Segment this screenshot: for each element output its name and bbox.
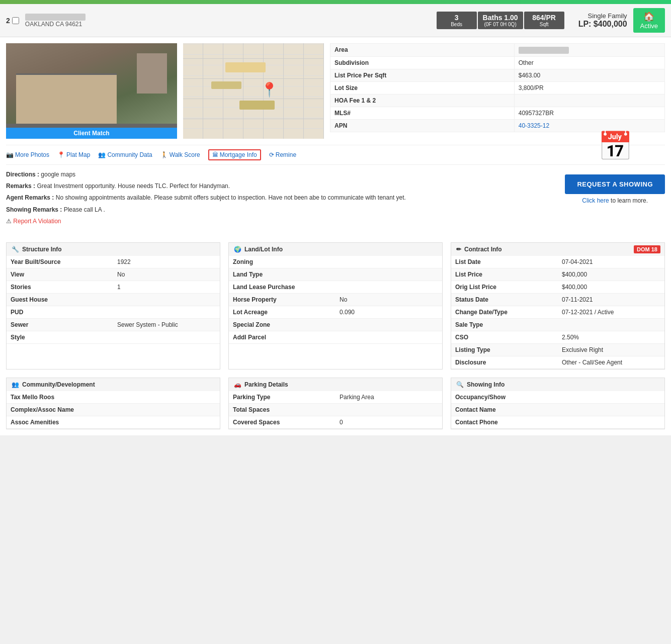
lot-size-value: 3,800/PR <box>514 81 664 94</box>
community-data-link[interactable]: 👥 Community Data <box>98 151 152 158</box>
parking-icon: 🚗 <box>234 381 241 388</box>
remarks-label: Remarks : <box>6 182 35 190</box>
value: Exclusive Right <box>558 343 664 356</box>
label: PUD <box>7 306 113 318</box>
dom-badge: DOM 18 <box>634 245 660 253</box>
warning-icon: ⚠ <box>6 218 12 225</box>
plat-map-link[interactable]: 📍 Plat Map <box>57 151 90 158</box>
value <box>336 331 442 343</box>
label: Status Date <box>451 293 558 306</box>
lot-size-label: Lot Size <box>330 81 515 94</box>
lp-value: $400,000 <box>594 20 627 28</box>
table-row: PUD <box>7 306 220 318</box>
value <box>558 318 664 331</box>
value: 0.090 <box>336 306 442 318</box>
label: Change Date/Type <box>451 306 558 318</box>
showing-remarks-line: Showing Remarks : Please call LA . <box>6 205 665 215</box>
agent-remarks-label: Agent Remarks : <box>6 194 54 201</box>
main-content: Client Match 📍 Area Subdivision Other <box>0 37 671 435</box>
mortgage-info-link[interactable]: 🏛 Mortgage Info <box>208 149 261 160</box>
table-row: Parking TypeParking Area <box>229 391 442 404</box>
list-price-sqft-value: $463.00 <box>514 69 664 81</box>
table-row: SewerSewer System - Public <box>7 318 220 331</box>
table-row: Tax Mello Roos <box>7 391 220 404</box>
value <box>336 403 442 416</box>
map-pin: 📍 <box>261 81 278 98</box>
table-row: Style <box>7 331 220 343</box>
land-info-box: 🌍 Land/Lot Info Zoning Land Type Land Le… <box>228 242 443 370</box>
structure-icon: 🔧 <box>12 246 19 253</box>
listing-num-text: 2 <box>6 17 10 25</box>
agent-remarks-value: No showing appointments available. Pleas… <box>56 194 406 201</box>
label: Style <box>7 331 113 343</box>
label: Tax Mello Roos <box>7 391 113 404</box>
value: No <box>336 293 442 306</box>
remine-icon: ⟳ <box>269 151 274 158</box>
table-row: Contact Name <box>451 403 664 416</box>
map-image: 📍 <box>183 43 324 139</box>
table-row: CSO2.50% <box>451 331 664 343</box>
table-row: Complex/Assoc Name <box>7 403 220 416</box>
listing-checkbox[interactable] <box>12 17 19 24</box>
showing-remarks-value: Please call LA . <box>64 206 105 213</box>
table-row: Sale Type <box>451 318 664 331</box>
walk-score-link[interactable]: 🚶 Walk Score <box>160 151 200 158</box>
label: Contact Name <box>451 403 558 416</box>
request-showing-button[interactable]: REQUEST A SHOWING <box>565 174 665 194</box>
active-button[interactable]: 🏠 Active <box>633 8 665 33</box>
parking-info-table: Parking TypeParking Area Total Spaces Co… <box>229 391 442 429</box>
value: $400,000 <box>558 281 664 293</box>
label: View <box>7 268 113 281</box>
table-row: Special Zone <box>229 318 442 331</box>
value: No <box>113 268 220 281</box>
structure-info-box: 🔧 Structure Info Year Built/Source1922 V… <box>6 242 220 370</box>
showing-info-title: Showing Info <box>467 381 505 388</box>
label: Sale Type <box>451 318 558 331</box>
label: Complex/Assoc Name <box>7 403 113 416</box>
apn-value[interactable]: 40-3325-12 <box>519 122 549 129</box>
parking-info-box: 🚗 Parking Details Parking TypeParking Ar… <box>228 378 443 429</box>
top-bar <box>0 0 671 4</box>
more-photos-link[interactable]: 📷 More Photos <box>6 151 49 158</box>
table-row: ViewNo <box>7 268 220 281</box>
plat-map-label: Plat Map <box>66 151 90 158</box>
showing-info-table: Occupancy/Show Contact Name Contact Phon… <box>451 391 664 429</box>
table-row: Assoc Amenities <box>7 416 220 428</box>
label: Occupancy/Show <box>451 391 558 404</box>
remine-link[interactable]: ⟳ Remine <box>269 151 296 158</box>
camera-icon: 📷 <box>6 151 14 158</box>
listing-number: 2 <box>6 17 19 25</box>
sqft-stat: 864/PR Sqft <box>524 12 564 29</box>
value <box>336 268 442 281</box>
value <box>113 416 220 428</box>
header-stats: 3 Beds Baths 1.00 (0F 0T 0H 0Q) 864/PR S… <box>437 12 564 29</box>
value <box>113 403 220 416</box>
label: Zoning <box>229 256 336 268</box>
walk-icon: 🚶 <box>160 151 168 158</box>
land-info-header: 🌍 Land/Lot Info <box>229 243 442 256</box>
table-row: Listing TypeExclusive Right <box>451 343 664 356</box>
city-state: OAKLAND CA 94621 <box>25 21 86 28</box>
value: 0 <box>336 416 442 428</box>
table-row: Zoning <box>229 256 442 268</box>
violation-link[interactable]: Report A Violation <box>13 218 61 225</box>
property-details: Area Subdivision Other List Price Per Sq… <box>330 43 665 139</box>
header: 2 OAKLAND CA 94621 3 Beds Baths 1.00 (0F… <box>0 4 671 37</box>
label: Stories <box>7 281 113 293</box>
table-row: Land Type <box>229 268 442 281</box>
value <box>113 391 220 404</box>
click-here-link[interactable]: Click here <box>582 197 609 204</box>
table-row: List Price$400,000 <box>451 268 664 281</box>
parking-info-title: Parking Details <box>244 381 288 388</box>
table-row: Status Date07-11-2021 <box>451 293 664 306</box>
mls-value: 40957327BR <box>514 107 664 119</box>
value <box>113 293 220 306</box>
baths-sub: (0F 0T 0H 0Q) <box>483 22 518 27</box>
structure-info-header: 🔧 Structure Info <box>7 243 220 256</box>
label: Year Built/Source <box>7 256 113 268</box>
value: Sewer System - Public <box>113 318 220 331</box>
directions-label: Directions : <box>6 171 39 178</box>
label: Assoc Amenities <box>7 416 113 428</box>
baths-stat: Baths 1.00 (0F 0T 0H 0Q) <box>478 12 523 29</box>
list-price: LP: $400,000 <box>578 20 627 29</box>
